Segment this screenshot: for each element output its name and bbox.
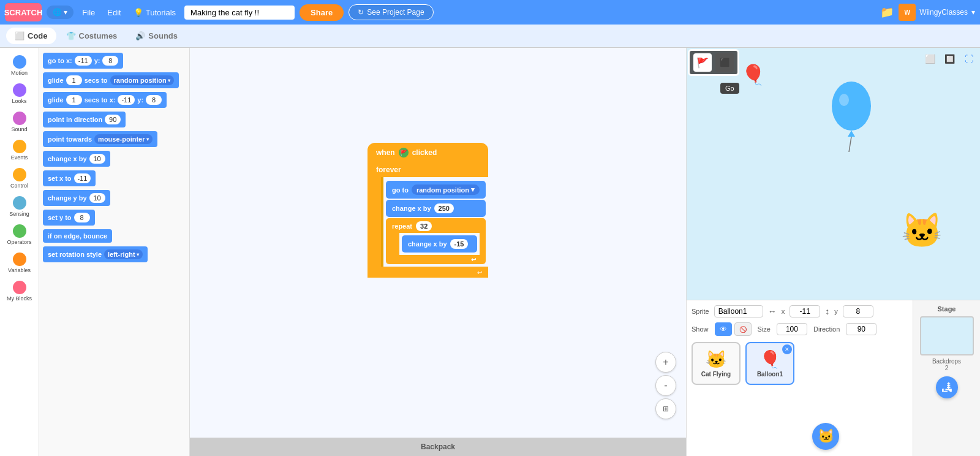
backdrops-count: 2 (945, 365, 949, 371)
change-x-250-block[interactable]: change x by 250 (386, 200, 486, 217)
sprite-name-input[interactable] (714, 305, 763, 317)
change-x-250-input[interactable]: 250 (434, 203, 454, 213)
refresh-icon: ↻ (358, 8, 364, 17)
go-tooltip: Go (720, 83, 739, 94)
repeat-val-input[interactable]: 32 (416, 221, 432, 231)
rotation-dropdown[interactable]: left-right ▾ (104, 249, 143, 259)
stage-controls: 🚩 ⬛ Go (688, 49, 739, 76)
sprite-cat-flying[interactable]: 🐱 Cat Flying (692, 342, 741, 385)
stop-button[interactable]: ⬛ (715, 53, 734, 72)
edit-menu[interactable]: Edit (104, 6, 124, 20)
full-screen-button[interactable]: 🔲 (941, 50, 958, 67)
glide-xy-y[interactable]: 8 (146, 95, 162, 105)
code-area[interactable]: when 🚩 clicked forever go to random posi… (190, 48, 686, 456)
goto-random-block[interactable]: go to random position ▾ (386, 181, 486, 199)
glide-xy-x[interactable]: -11 (118, 95, 135, 105)
category-looks[interactable]: Looks (2, 81, 37, 107)
goto-x-input[interactable]: -11 (75, 56, 92, 66)
category-variables[interactable]: Variables (2, 250, 37, 276)
y-arrows-icon: ↕ (825, 306, 829, 316)
block-point-towards-row: point towards mouse-pointer ▾ (43, 131, 186, 147)
stage-view-buttons: ⬜ 🔲 ⛶ (919, 48, 980, 70)
costumes-tab-icon: 👕 (66, 31, 76, 40)
direction-input[interactable] (846, 323, 876, 335)
tab-costumes[interactable]: 👕 Costumes (58, 28, 126, 44)
block-set-x[interactable]: set x to -11 (43, 170, 96, 186)
stage-mini-preview[interactable] (920, 316, 974, 355)
block-goto-xy[interactable]: go to x: -11 y: 8 (43, 53, 123, 69)
category-operators[interactable]: Operators (2, 222, 37, 248)
block-glide-xy[interactable]: glide 1 secs to x: -11 y: 8 (43, 92, 167, 108)
block-point-towards[interactable]: point towards mouse-pointer ▾ (43, 131, 157, 147)
hat-block[interactable]: when 🚩 clicked (368, 143, 488, 162)
sound-label: Sound (11, 126, 27, 132)
y-value-input[interactable] (843, 305, 873, 317)
block-change-x[interactable]: change x by 10 (43, 151, 110, 167)
sprite-balloon1[interactable]: ✕ 🎈 Balloon1 (745, 342, 794, 385)
show-visible-button[interactable]: 👁 (715, 322, 732, 336)
block-set-y[interactable]: set y to 8 (43, 210, 95, 226)
change-x-neg15-block[interactable]: change x by -15 (402, 235, 477, 253)
tab-code[interactable]: ⬜ Code (6, 28, 56, 44)
glide-xy-secs[interactable]: 1 (66, 95, 82, 105)
balloon-sprite-thumb-icon: 🎈 (760, 349, 781, 370)
green-flag-button[interactable]: 🚩 (693, 53, 712, 72)
sensing-dot (13, 196, 26, 210)
block-glide-xy-row: glide 1 secs to x: -11 y: 8 (43, 92, 186, 108)
category-myblocks[interactable]: My Blocks (2, 278, 37, 304)
forever-block[interactable]: forever go to random position ▾ change x… (368, 162, 488, 278)
block-change-y[interactable]: change y by 10 (43, 190, 110, 206)
block-point-dir-row: point in direction 90 (43, 112, 186, 127)
balloon-delete-button[interactable]: ✕ (782, 344, 792, 354)
glide-secs-input[interactable]: 1 (66, 75, 82, 85)
category-panel: Motion Looks Sound Events Control Sensin… (0, 48, 39, 456)
size-input[interactable] (777, 323, 807, 335)
set-y-input[interactable]: 8 (74, 213, 90, 222)
share-button[interactable]: Share (300, 4, 344, 21)
add-sprite-button[interactable]: 🐱 (812, 423, 839, 450)
change-x-input[interactable]: 10 (89, 154, 105, 164)
file-menu[interactable]: File (78, 6, 99, 20)
category-control[interactable]: Control (2, 165, 37, 191)
expand-button[interactable]: ⛶ (960, 50, 978, 67)
globe-button[interactable]: 🌐 ▾ (47, 6, 74, 19)
block-glide-random[interactable]: glide 1 secs to random position ▾ (43, 72, 179, 88)
block-point-dir[interactable]: point in direction 90 (43, 112, 126, 127)
point-dir-input[interactable]: 90 (105, 115, 121, 124)
events-dot (13, 140, 26, 153)
block-set-y-row: set y to 8 (43, 210, 186, 226)
project-title-input[interactable] (184, 6, 295, 20)
looks-label: Looks (12, 98, 26, 104)
zoom-fit-button[interactable]: ⊞ (655, 398, 676, 419)
y-label: y (834, 308, 838, 315)
small-balloon: 🎈 (741, 63, 766, 86)
x-value-input[interactable] (790, 305, 820, 317)
glide-random-dropdown[interactable]: random position ▾ (110, 75, 174, 85)
folder-icon[interactable]: 📁 (880, 6, 894, 19)
category-motion[interactable]: Motion (2, 53, 37, 78)
sounds-tab-icon: 🔊 (135, 31, 145, 40)
category-sensing[interactable]: Sensing (2, 194, 37, 219)
category-sound[interactable]: Sound (2, 109, 37, 135)
backpack[interactable]: Backpack (190, 438, 686, 456)
zoom-out-button[interactable]: - (655, 375, 676, 396)
tutorials-button[interactable]: 💡 Tutorials (130, 6, 179, 20)
see-project-button[interactable]: ↻ See Project Page (349, 4, 433, 20)
show-hidden-button[interactable]: 🚫 (734, 322, 752, 336)
tab-sounds[interactable]: 🔊 Sounds (127, 28, 186, 44)
zoom-in-button[interactable]: + (655, 352, 676, 373)
add-stage-button[interactable]: 🏞 (936, 376, 958, 398)
stop-icon: ⬛ (720, 58, 730, 67)
user-area[interactable]: W WiingyClasses ▾ (899, 4, 975, 21)
change-y-input[interactable]: 10 (89, 193, 105, 203)
goto-y-input[interactable]: 8 (102, 56, 118, 66)
set-x-input[interactable]: -11 (74, 173, 91, 183)
change-x-neg15-input[interactable]: -15 (450, 239, 469, 249)
unfull-screen-button[interactable]: ⬜ (921, 50, 938, 67)
repeat-block[interactable]: repeat 32 change x by -15 ↩ (386, 218, 486, 264)
block-bounce[interactable]: if on edge, bounce (43, 229, 112, 243)
category-events[interactable]: Events (2, 137, 37, 163)
point-towards-dropdown[interactable]: mouse-pointer ▾ (94, 134, 152, 144)
goto-random-dropdown[interactable]: random position ▾ (412, 184, 480, 195)
block-rotation[interactable]: set rotation style left-right ▾ (43, 246, 148, 262)
